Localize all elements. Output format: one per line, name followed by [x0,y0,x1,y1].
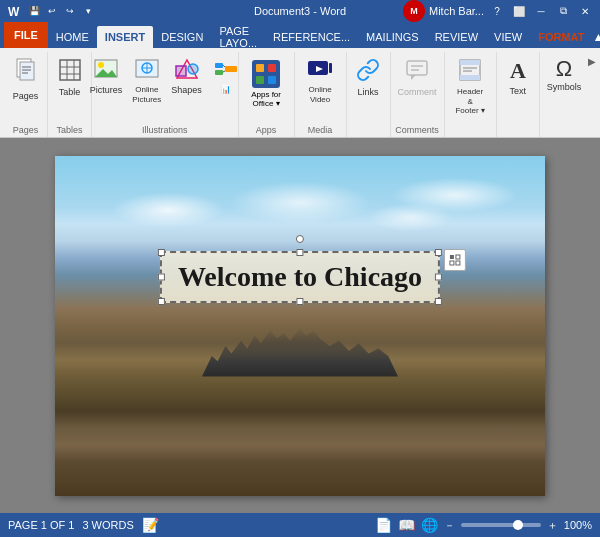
tab-references[interactable]: REFERENCE... [265,26,358,48]
zoom-in-icon[interactable]: ＋ [547,518,558,533]
zoom-level[interactable]: 100% [564,519,592,531]
document-area: Welcome to Chicago [0,138,600,513]
symbols-button[interactable]: Ω Symbols [543,56,586,95]
tab-file[interactable]: FILE [4,22,48,48]
svg-rect-31 [268,76,276,84]
redo-qa-icon[interactable]: ↪ [62,3,78,19]
tab-home[interactable]: HOME [48,26,97,48]
tab-page-layout[interactable]: PAGE LAYO... [211,26,265,48]
tab-review[interactable]: REVIEW [427,26,486,48]
handle-middle-right[interactable] [435,273,442,280]
view-read-icon[interactable]: 📖 [398,517,415,533]
layout-options-icon[interactable] [444,249,466,271]
svg-rect-40 [460,60,480,65]
smartart-icon [214,58,238,83]
minimize-button[interactable]: ─ [532,3,550,19]
zoom-slider[interactable] [461,523,541,527]
page-count: PAGE 1 OF 1 [8,519,74,531]
table-button[interactable]: Table [52,56,88,100]
links-button[interactable]: Links [350,56,386,100]
svg-rect-23 [215,70,223,75]
links-label: Links [358,87,379,98]
svg-rect-45 [456,255,460,259]
ribbon-group-media: OnlineVideo Media [295,52,347,137]
svg-marker-36 [411,75,416,80]
online-pictures-icon [135,58,159,83]
close-button[interactable]: ✕ [576,3,594,19]
svg-line-26 [223,71,225,72]
svg-rect-27 [252,60,280,88]
svg-rect-24 [225,66,237,72]
ribbon-display-button[interactable]: ⬜ [510,3,528,19]
comment-label: Comment [398,87,437,98]
shapes-label: Shapes [171,85,202,96]
tab-view[interactable]: VIEW [486,26,530,48]
apps-for-office-icon [250,58,282,90]
rotate-handle[interactable] [296,235,304,243]
pictures-button[interactable]: Pictures [86,56,127,98]
handle-bottom-left[interactable] [158,298,165,305]
comment-button[interactable]: Comment [394,56,441,100]
svg-rect-47 [456,261,460,265]
header-footer-label: Header &Footer ▾ [455,87,486,116]
document-page: Welcome to Chicago [55,156,545,496]
apps-for-office-button[interactable]: Apps forOffice ▾ [244,56,288,110]
svg-rect-29 [268,64,276,72]
handle-top-left[interactable] [158,249,165,256]
svg-rect-30 [256,76,264,84]
handle-bottom-middle[interactable] [296,298,303,305]
online-video-button[interactable]: OnlineVideo [302,56,338,106]
handle-middle-left[interactable] [158,273,165,280]
shapes-button[interactable]: Shapes [167,56,206,98]
tab-insert[interactable]: INSERT [97,26,153,48]
online-video-icon [307,58,333,83]
ribbon-group-illustrations: Pictures OnlinePictures [92,52,239,137]
svg-rect-44 [450,255,454,259]
text-box-content: Welcome to Chicago [178,261,422,292]
online-pictures-button[interactable]: OnlinePictures [128,56,165,106]
svg-rect-7 [60,60,80,80]
zoom-thumb[interactable] [513,520,523,530]
title-bar: W 💾 ↩ ↪ ▾ Document3 - Word M Mitch Bar..… [0,0,600,22]
pages-button[interactable]: Pages [8,56,44,104]
svg-rect-3 [20,62,34,80]
svg-rect-34 [329,63,332,73]
ribbon-group-text: A Text [497,52,540,137]
tab-mailings[interactable]: MAILINGS [358,26,427,48]
handle-top-middle[interactable] [296,249,303,256]
view-web-icon[interactable]: 🌐 [421,517,438,533]
customize-qa-icon[interactable]: ▾ [80,3,96,19]
smartart-label: 📊 [221,85,231,95]
expand-ribbon-icon[interactable]: ▶ [588,56,596,67]
pages-group-label: Pages [4,125,47,135]
handle-bottom-right[interactable] [435,298,442,305]
user-name[interactable]: Mitch Bar... [429,5,484,17]
save-qa-icon[interactable]: 💾 [26,3,42,19]
ribbon-body: Pages Pages Table Tables [0,48,600,138]
restore-button[interactable]: ⧉ [554,3,572,19]
status-bar-right: 📄 📖 🌐 － ＋ 100% [375,517,592,533]
collapse-ribbon-icon[interactable]: ▲ [592,30,600,44]
tab-design[interactable]: DESIGN [153,26,211,48]
ribbon-group-apps: Apps forOffice ▾ Apps [239,52,295,137]
proofing-icon[interactable]: 📝 [142,517,159,533]
comment-icon [405,58,429,85]
shapes-icon [175,58,199,83]
help-button[interactable]: ? [488,3,506,19]
header-footer-button[interactable]: Header &Footer ▾ [451,56,490,118]
pages-label: Pages [13,91,39,102]
undo-qa-icon[interactable]: ↩ [44,3,60,19]
word-logo-icon: W [6,3,22,19]
status-bar: PAGE 1 OF 1 3 WORDS 📝 📄 📖 🌐 － ＋ 100% [0,513,600,537]
table-label: Table [59,87,81,98]
svg-point-21 [188,64,198,74]
tab-format[interactable]: FORMAT [530,26,592,48]
view-print-icon[interactable]: 📄 [375,517,392,533]
links-icon [356,58,380,85]
ribbon-group-symbols: Ω Symbols [540,52,588,137]
handle-top-right[interactable] [435,249,442,256]
text-box[interactable]: Welcome to Chicago [160,251,440,303]
svg-rect-20 [176,66,186,76]
zoom-out-icon[interactable]: － [444,518,455,533]
text-button[interactable]: A Text [500,56,536,99]
